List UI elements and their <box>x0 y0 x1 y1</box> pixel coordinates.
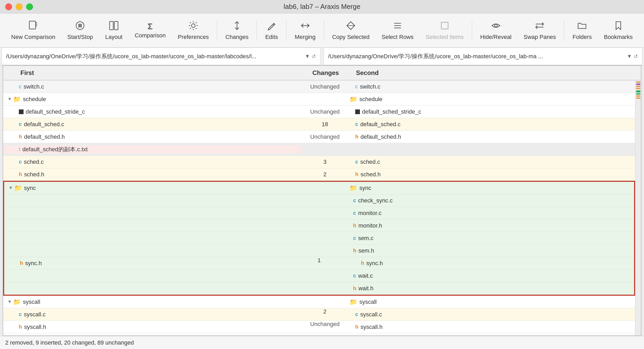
file-name: default_sched.h <box>24 133 65 140</box>
svg-rect-18 <box>441 22 448 29</box>
right-path[interactable]: /Users/dynazang/OneDrive/学习/操作系统/ucore_o… <box>324 48 642 65</box>
new-comparison-label: New Comparison <box>11 34 55 40</box>
folder-name: sync <box>24 185 36 191</box>
maximize-button[interactable] <box>26 3 33 10</box>
table-row: c syscall.c 2 c syscall.c <box>3 308 635 321</box>
changes-cell <box>293 182 345 194</box>
changes-cell: 2 <box>299 308 351 321</box>
file-name-r: wait.h <box>358 285 373 292</box>
svg-rect-0 <box>29 21 36 29</box>
file-name: default_sched的副本.c.txt <box>22 146 88 153</box>
folder-name-r: schedule <box>359 96 382 103</box>
empty-left <box>4 219 285 232</box>
layout-button[interactable]: Layout <box>99 19 129 43</box>
empty-left <box>4 194 285 207</box>
titlebar: lab6, lab7 – Araxis Merge <box>0 0 644 14</box>
changes-cell <box>285 282 337 295</box>
expand-icon: ▼ <box>8 185 13 191</box>
file-name-r: default_sched.c <box>360 121 400 128</box>
edits-icon <box>267 21 276 32</box>
changes-cell: 2 <box>299 171 351 178</box>
file-h-icon: h <box>19 134 22 140</box>
folders-label: Folders <box>573 34 592 40</box>
left-path-text: /Users/dynazang/OneDrive/学习/操作系统/ucore_o… <box>6 53 303 60</box>
comparison-label: Comparison <box>135 32 166 39</box>
right-path-text: /Users/dynazang/OneDrive/学习/操作系统/ucore_o… <box>328 53 625 60</box>
file-c-icon-r: c <box>353 235 356 241</box>
file-name: default_sched_stride_c <box>26 108 85 115</box>
file-name: default_sched.c <box>24 121 64 128</box>
swap-panes-label: Swap Panes <box>524 34 556 40</box>
changes-col-header: Changes <box>300 69 352 77</box>
file-h-icon: h <box>20 260 23 266</box>
folders-icon <box>577 21 587 32</box>
changes-cell <box>285 207 337 219</box>
selected-items-button[interactable]: Selected Items <box>420 19 470 43</box>
swap-panes-button[interactable]: Swap Panes <box>518 19 562 43</box>
file-tree[interactable]: c switch.c Unchanged c switch.c ▼ 📁 sche… <box>3 80 635 335</box>
selected-items-icon <box>440 21 450 32</box>
edits-label: Edits <box>265 34 278 40</box>
copy-selected-button[interactable]: Copy Selected <box>326 19 376 43</box>
file-name-r: default_sched.h <box>360 133 401 140</box>
changes-cell: 18 <box>299 121 351 128</box>
file-c-icon-r: c <box>353 273 356 279</box>
file-h-icon-r: h <box>355 324 358 330</box>
left-path[interactable]: /Users/dynazang/OneDrive/学习/操作系统/ucore_o… <box>2 48 320 65</box>
file-name-r: check_sync.c <box>358 197 393 204</box>
comparison-button[interactable]: Σ Comparison <box>129 20 172 41</box>
gutter-mark-orange4 <box>636 95 640 97</box>
hide-reveal-button[interactable]: Hide/Reveal <box>474 19 518 43</box>
svg-rect-8 <box>114 21 118 30</box>
changes-cell: Unchanged <box>299 321 351 333</box>
folder-icon-r: 📁 <box>349 96 357 103</box>
file-h-icon-r: h <box>353 248 356 254</box>
table-row: h syscall.h Unchanged h syscall.h <box>3 321 635 333</box>
gutter-mark-purple <box>636 84 640 85</box>
file-c-icon: c <box>19 311 22 317</box>
empty-left <box>4 232 285 244</box>
preferences-icon <box>188 21 198 32</box>
file-name-r: monitor.h <box>358 222 382 229</box>
changes-cell: 3 <box>299 159 351 165</box>
table-row: ▼ 📁 schedule 📁 schedule <box>3 93 635 106</box>
edits-button[interactable]: Edits <box>259 19 284 43</box>
changes-cell <box>285 219 337 232</box>
file-name-r: sem.h <box>358 247 374 254</box>
file-c-icon-r: c <box>353 210 356 216</box>
new-comparison-icon <box>28 21 38 32</box>
select-rows-button[interactable]: Select Rows <box>376 19 420 43</box>
svg-point-9 <box>191 24 195 27</box>
svg-point-4 <box>76 22 84 30</box>
copy-selected-label: Copy Selected <box>332 34 370 40</box>
start-stop-button[interactable]: Start/Stop <box>61 19 99 43</box>
sync-selection-box: ▼ 📁 sync 📁 sync <box>3 181 635 296</box>
right-path-refresh-icon: ↺ <box>634 53 638 60</box>
new-comparison-button[interactable]: New Comparison <box>5 19 61 43</box>
changes-cell <box>285 270 337 282</box>
changes-cell <box>293 333 345 335</box>
first-col-header: First <box>16 69 300 77</box>
close-button[interactable] <box>5 3 12 10</box>
selected-items-label: Selected Items <box>426 34 464 40</box>
preferences-button[interactable]: Preferences <box>172 19 215 43</box>
toolbar-sep-6 <box>564 20 564 41</box>
file-name-r: syscall.c <box>360 311 382 318</box>
start-stop-label: Start/Stop <box>67 34 93 40</box>
svg-rect-6 <box>80 24 82 27</box>
changes-button[interactable]: Changes <box>219 19 255 43</box>
file-h-icon-r: h <box>355 171 358 177</box>
folder-icon-r: 📁 <box>349 298 357 306</box>
window-title: lab6, lab7 – Araxis Merge <box>284 3 360 11</box>
table-row: h sem.h <box>4 245 634 257</box>
folders-button[interactable]: Folders <box>566 19 598 43</box>
table-row: default_sched_stride_c Unchanged default… <box>3 106 635 118</box>
left-path-refresh-icon: ↺ <box>312 53 316 60</box>
file-name: sched.c <box>24 159 44 165</box>
merging-button[interactable]: Merging <box>289 19 321 43</box>
file-name-r: monitor.c <box>358 210 381 217</box>
table-row: h sched.h 2 h sched.h <box>3 168 635 181</box>
toolbar-sep-4 <box>324 20 324 41</box>
bookmarks-button[interactable]: Bookmarks <box>598 19 639 43</box>
minimize-button[interactable] <box>16 3 22 10</box>
